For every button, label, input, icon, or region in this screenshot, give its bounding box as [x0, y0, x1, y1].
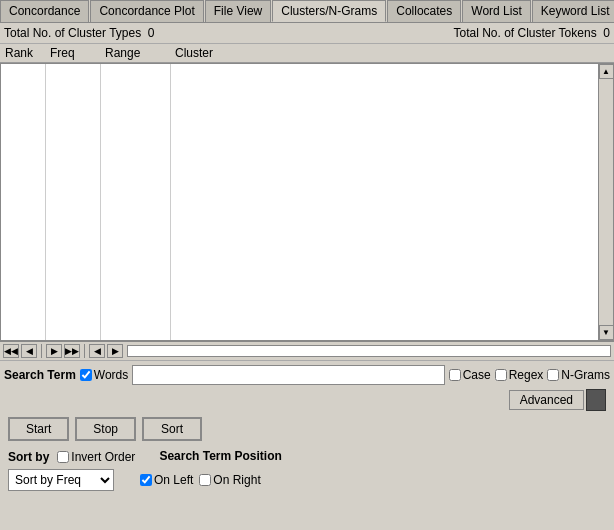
cluster-tokens-value: 0: [603, 26, 610, 40]
advanced-row: Advanced: [4, 389, 610, 411]
case-checkbox[interactable]: [449, 369, 461, 381]
sort-by-label: Sort by: [8, 450, 49, 464]
nav-sep-1: [41, 344, 42, 358]
navigation-bar: ◀◀ ◀ ▶ ▶▶ ◀ ▶: [0, 341, 614, 361]
cluster-column: [171, 64, 598, 340]
invert-order-checkbox[interactable]: [57, 451, 69, 463]
start-button[interactable]: Start: [8, 417, 69, 441]
nav-fwd-btn[interactable]: ▶: [107, 344, 123, 358]
action-buttons-row: Start Stop Sort: [4, 415, 610, 443]
nav-next-btn[interactable]: ▶: [46, 344, 62, 358]
regex-checkbox-item[interactable]: Regex: [495, 368, 544, 382]
words-label: Words: [94, 368, 128, 382]
range-column: [101, 64, 171, 340]
search-term-row: Search Term Words Case Regex N-Grams: [4, 365, 610, 385]
cluster-types-stat: Total No. of Cluster Types 0: [4, 26, 155, 40]
tab-concordance-plot[interactable]: Concordance Plot: [90, 0, 203, 22]
on-left-label: On Left: [154, 473, 193, 487]
case-checkbox-item[interactable]: Case: [449, 368, 491, 382]
table-header: Rank Freq Range Cluster: [0, 44, 614, 63]
col-cluster: Cluster: [172, 45, 612, 61]
ngrams-checkbox-item[interactable]: N-Grams: [547, 368, 610, 382]
search-section: Search Term Words Case Regex N-Grams Adv…: [0, 361, 614, 495]
freq-column: [46, 64, 101, 340]
nav-last-btn[interactable]: ▶▶: [64, 344, 80, 358]
regex-label: Regex: [509, 368, 544, 382]
nav-first-btn[interactable]: ◀◀: [3, 344, 19, 358]
words-checkbox-item[interactable]: Words: [80, 368, 128, 382]
cluster-tokens-stat: Total No. of Cluster Tokens 0: [453, 26, 610, 40]
tab-collocates[interactable]: Collocates: [387, 0, 461, 22]
tab-bar: Concordance Concordance Plot File View C…: [0, 0, 614, 23]
regex-checkbox[interactable]: [495, 369, 507, 381]
ngrams-checkbox[interactable]: [547, 369, 559, 381]
horizontal-scroll-track[interactable]: [127, 345, 611, 357]
scroll-up-btn[interactable]: ▲: [599, 64, 614, 79]
advanced-button[interactable]: Advanced: [509, 390, 584, 410]
tab-file-view[interactable]: File View: [205, 0, 271, 22]
advanced-dark-toggle[interactable]: [586, 389, 606, 411]
sort-dropdown-row: Sort by Freq Sort by Rank Sort by Range …: [4, 467, 610, 493]
nav-sep-2: [84, 344, 85, 358]
results-table: ▲ ▼: [0, 63, 614, 341]
tab-concordance[interactable]: Concordance: [0, 0, 89, 22]
on-left-item[interactable]: On Left: [140, 473, 193, 487]
position-options: On Left On Right: [140, 473, 261, 487]
search-term-position: Search Term Position: [159, 449, 281, 465]
nav-prev-btn[interactable]: ◀: [21, 344, 37, 358]
rank-column: [1, 64, 46, 340]
search-term-position-label: Search Term Position: [159, 449, 281, 463]
vertical-scrollbar[interactable]: ▲ ▼: [598, 64, 613, 340]
search-term-label: Search Term: [4, 368, 76, 382]
sort-button[interactable]: Sort: [142, 417, 202, 441]
on-left-checkbox[interactable]: [140, 474, 152, 486]
on-right-checkbox[interactable]: [199, 474, 211, 486]
invert-order-item[interactable]: Invert Order: [57, 450, 135, 464]
invert-order-label: Invert Order: [71, 450, 135, 464]
tab-clusters-ngrams[interactable]: Clusters/N-Grams: [272, 0, 386, 22]
tab-keyword-list[interactable]: Keyword List: [532, 0, 614, 22]
words-checkbox[interactable]: [80, 369, 92, 381]
stats-header: Total No. of Cluster Types 0 Total No. o…: [0, 23, 614, 44]
on-right-item[interactable]: On Right: [199, 473, 260, 487]
col-rank: Rank: [2, 45, 47, 61]
nav-back-btn[interactable]: ◀: [89, 344, 105, 358]
cluster-types-label: Total No. of Cluster Types: [4, 26, 141, 40]
sort-by-select[interactable]: Sort by Freq Sort by Rank Sort by Range …: [8, 469, 114, 491]
cluster-types-value: 0: [148, 26, 155, 40]
cluster-tokens-label: Total No. of Cluster Tokens: [453, 26, 596, 40]
tab-word-list[interactable]: Word List: [462, 0, 530, 22]
stop-button[interactable]: Stop: [75, 417, 136, 441]
col-freq: Freq: [47, 45, 102, 61]
case-label: Case: [463, 368, 491, 382]
col-range: Range: [102, 45, 172, 61]
sort-options-row: Sort by Invert Order Search Term Positio…: [4, 447, 610, 467]
scroll-down-btn[interactable]: ▼: [599, 325, 614, 340]
ngrams-label: N-Grams: [561, 368, 610, 382]
search-input[interactable]: [132, 365, 444, 385]
on-right-label: On Right: [213, 473, 260, 487]
